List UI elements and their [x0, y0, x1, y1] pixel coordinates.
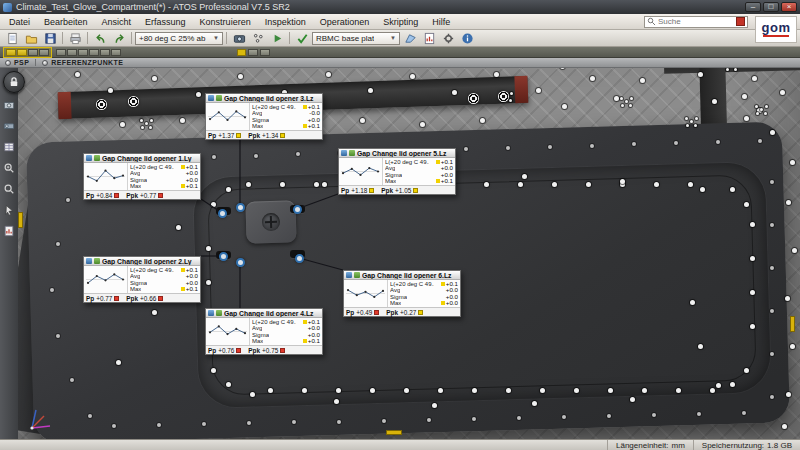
magnifier-icon[interactable] [3, 182, 16, 195]
menu-skripting[interactable]: Skripting [376, 14, 425, 30]
pan-view-icon[interactable] [78, 49, 88, 56]
callout-value-row: Max+0.1 [250, 338, 322, 344]
callout-value-row: Max+0.1 [250, 123, 322, 129]
value-label: Avg [130, 170, 140, 176]
pp-label: Pp [86, 295, 94, 302]
stage-play-icon[interactable] [17, 49, 27, 56]
toolbar-separator [62, 32, 63, 44]
check-element-icon [346, 272, 352, 278]
ppk-label: Ppk [126, 192, 138, 199]
cursor-icon[interactable] [3, 203, 16, 216]
value-label: L(+20 deg C 49...) [390, 281, 434, 287]
deformation-stage-dropdown[interactable]: +80 deg C 25% ab▼ [135, 32, 223, 45]
new-project-icon[interactable] [3, 31, 21, 46]
report-icon[interactable] [420, 31, 438, 46]
lock-icon[interactable] [3, 71, 25, 93]
save-icon[interactable] [41, 31, 59, 46]
measurement-callout[interactable]: Gap Change lid opener 6.Lz L(+20 deg C 4… [343, 270, 461, 317]
main-toolbar: +80 deg C 25% ab▼RBMC base plat▼ [0, 30, 800, 47]
value-label: L(+20 deg C 49...) [130, 164, 174, 170]
menu-datei[interactable]: Datei [2, 14, 37, 30]
menu-ansicht[interactable]: Ansicht [95, 14, 139, 30]
measurement-callout[interactable]: Gap Change lid opener 1.Ly L(+20 deg C 4… [83, 153, 201, 200]
status-tick [181, 287, 185, 291]
info-icon[interactable] [458, 31, 476, 46]
callout-header: Gap Change lid opener 1.Ly [84, 154, 200, 163]
projector-icon[interactable] [3, 119, 16, 132]
value-number: +0.0 [446, 300, 458, 306]
reference-points-icon[interactable] [249, 31, 267, 46]
pp-value: +0.84 [96, 192, 112, 199]
ppk-status-indicator [158, 296, 163, 301]
sensor-icon[interactable] [3, 98, 16, 111]
menu-inspektion[interactable]: Inspektion [258, 14, 313, 30]
menu-hilfe[interactable]: Hilfe [425, 14, 457, 30]
memory-value: 1.8 GB [767, 441, 792, 450]
open-project-icon[interactable] [22, 31, 40, 46]
ppk-value: +0.75 [262, 347, 278, 354]
search-box[interactable] [644, 16, 748, 28]
menu-konstruieren[interactable]: Konstruieren [193, 14, 258, 30]
next-stage-icon[interactable] [260, 49, 270, 56]
callout-value-row: Max+0.1 [128, 286, 200, 292]
pp-label: Pp [86, 192, 94, 199]
stage-list-icon[interactable] [39, 49, 49, 56]
stage-camera-icon[interactable] [230, 31, 248, 46]
search-input[interactable] [658, 17, 734, 27]
zoom-view-icon[interactable] [89, 49, 99, 56]
ppk-label: Ppk [386, 309, 398, 316]
unit-value: mm [672, 441, 685, 450]
callout-header: Gap Change lid opener 3.Lz [206, 94, 322, 103]
callout-values: L(+20 deg C 49...)+0.1Avg+0.0Sigma+0.0Ma… [388, 280, 460, 307]
pp-status-indicator [114, 296, 119, 301]
stage-forward-icon[interactable] [28, 49, 38, 56]
table-icon[interactable] [3, 140, 16, 153]
undo-icon[interactable] [91, 31, 109, 46]
callout-value-row: Max+0.1 [128, 183, 200, 189]
close-button[interactable]: × [781, 2, 797, 12]
search-filter-icon[interactable] [736, 17, 745, 26]
menu-operationen[interactable]: Operationen [313, 14, 377, 30]
toolbar-separator [226, 32, 227, 44]
run-icon[interactable] [268, 31, 286, 46]
unit-label: Längeneinheit: [616, 441, 669, 450]
menu-erfassung[interactable]: Erfassung [138, 14, 193, 30]
measurement-callout[interactable]: Gap Change lid opener 3.Lz L(+20 deg C 4… [205, 93, 323, 140]
tab-referenzpunkte[interactable]: REFERENZPUNKTE [51, 59, 123, 66]
redo-icon[interactable] [110, 31, 128, 46]
prev-stage-icon[interactable] [248, 49, 258, 56]
capability-row: Pp+1.18Ppk+1.05 [339, 185, 455, 194]
measurement-callout[interactable]: Gap Change lid opener 5.Lz L(+20 deg C 4… [338, 148, 456, 195]
value-label: Max [130, 286, 141, 292]
status-tick [181, 165, 185, 169]
print-icon[interactable] [66, 31, 84, 46]
explode-view-icon[interactable] [111, 49, 121, 56]
value-label: Max [252, 338, 263, 344]
stage-back-icon[interactable] [6, 49, 16, 56]
tab-psp[interactable]: PSP [14, 59, 29, 66]
secondary-toolbar [0, 47, 800, 58]
pp-status-indicator [114, 193, 119, 198]
alignment-dropdown[interactable]: RBMC base plat▼ [312, 32, 400, 45]
mesh-icon[interactable] [401, 31, 419, 46]
zoom-in-icon[interactable] [3, 161, 16, 174]
rotate-view-icon[interactable] [67, 49, 77, 56]
measurement-callout[interactable]: Gap Change lid opener 2.Ly L(+20 deg C 4… [83, 256, 201, 303]
callout-header: Gap Change lid opener 4.Lz [206, 309, 322, 318]
check-icon[interactable] [293, 31, 311, 46]
ppk-label: Ppk [381, 187, 393, 194]
settings-icon[interactable] [439, 31, 457, 46]
value-number: +0.1 [186, 286, 198, 292]
status-tick [181, 184, 185, 188]
ppk-status-indicator [280, 133, 285, 138]
ppk-value: +1.34 [262, 132, 278, 139]
measurement-callout[interactable]: Gap Change lid opener 4.Lz L(+20 deg C 4… [205, 308, 323, 355]
clip-plane-icon[interactable] [100, 49, 110, 56]
maximize-button[interactable]: □ [763, 2, 779, 12]
report-icon[interactable] [3, 224, 16, 237]
value-label: Sigma [130, 177, 147, 183]
menu-bearbeiten[interactable]: Bearbeiten [37, 14, 95, 30]
minimize-button[interactable]: – [745, 2, 761, 12]
fit-view-icon[interactable] [56, 49, 66, 56]
value-label: Sigma [385, 172, 402, 178]
